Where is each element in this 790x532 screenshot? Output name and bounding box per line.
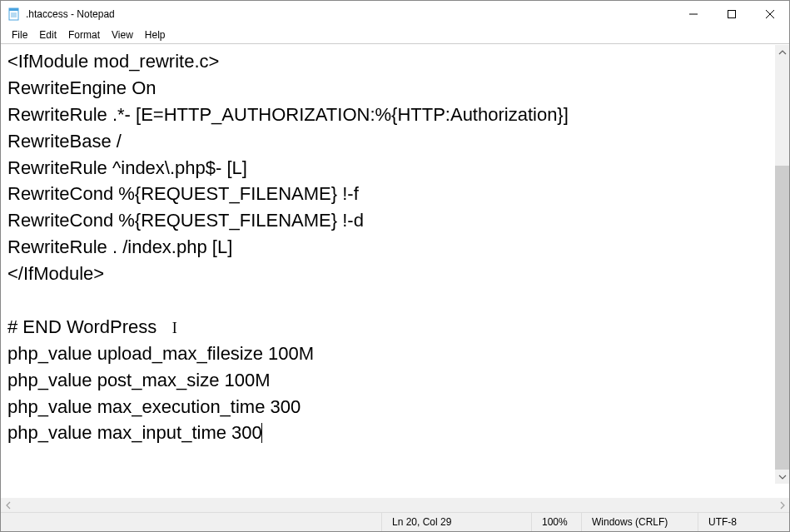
text-caret <box>261 423 262 443</box>
scroll-right-icon[interactable] <box>775 498 789 512</box>
editor-wrap: <IfModule mod_rewrite.c>RewriteEngine On… <box>1 45 789 498</box>
svg-rect-1 <box>9 8 18 11</box>
maximize-button[interactable] <box>713 1 751 27</box>
status-bar: Ln 20, Col 29 100% Windows (CRLF) UTF-8 <box>1 512 789 531</box>
text-cursor-icon: I <box>172 320 177 336</box>
status-position: Ln 20, Col 29 <box>381 513 531 531</box>
menu-help[interactable]: Help <box>139 28 171 42</box>
minimize-button[interactable] <box>674 1 713 27</box>
editor-line: php_value max_execution_time 300 <box>7 394 783 420</box>
editor-line: </IfModule> <box>7 261 783 287</box>
scroll-up-icon[interactable] <box>775 45 789 59</box>
editor-line: RewriteRule ^index\.php$- [L] <box>7 155 783 181</box>
scroll-left-icon[interactable] <box>1 498 15 512</box>
menu-view[interactable]: View <box>106 28 139 42</box>
vertical-scroll-track[interactable] <box>775 59 789 470</box>
window-controls <box>674 1 789 27</box>
notepad-icon <box>7 7 21 21</box>
scroll-down-icon[interactable] <box>775 470 789 484</box>
editor-line: RewriteCond %{REQUEST_FILENAME} !-f <box>7 181 783 207</box>
editor-line: php_value post_max_size 100M <box>7 367 783 394</box>
editor-line: # END WordPress I <box>7 314 783 341</box>
editor-line: php_value upload_max_filesize 100M <box>7 341 783 367</box>
vertical-scrollbar[interactable] <box>775 45 789 484</box>
close-button[interactable] <box>751 1 789 27</box>
editor-line: php_value max_input_time 300 <box>7 420 783 446</box>
window-title: .htaccess - Notepad <box>26 8 115 20</box>
horizontal-scrollbar[interactable] <box>1 498 789 512</box>
editor-line: RewriteEngine On <box>7 75 783 102</box>
editor-line <box>7 287 783 314</box>
status-zoom: 100% <box>531 513 581 531</box>
menu-bar: File Edit Format View Help <box>1 27 789 44</box>
text-editor[interactable]: <IfModule mod_rewrite.c>RewriteEngine On… <box>1 45 789 498</box>
horizontal-scroll-track[interactable] <box>15 498 775 512</box>
menu-edit[interactable]: Edit <box>33 28 62 42</box>
editor-line: <IfModule mod_rewrite.c> <box>7 48 783 75</box>
editor-line: RewriteCond %{REQUEST_FILENAME} !-d <box>7 207 783 234</box>
svg-rect-6 <box>728 10 736 17</box>
status-line-ending: Windows (CRLF) <box>581 513 698 531</box>
menu-format[interactable]: Format <box>62 28 106 42</box>
editor-line: RewriteRule . /index.php [L] <box>7 234 783 261</box>
status-spacer <box>1 513 381 531</box>
title-bar: .htaccess - Notepad <box>1 1 789 27</box>
editor-line: RewriteBase / <box>7 128 783 155</box>
vertical-scroll-thumb[interactable] <box>775 166 789 470</box>
menu-file[interactable]: File <box>6 28 33 42</box>
status-encoding: UTF-8 <box>698 513 789 531</box>
editor-line: RewriteRule .*- [E=HTTP_AUTHORIZATION:%{… <box>7 102 783 128</box>
